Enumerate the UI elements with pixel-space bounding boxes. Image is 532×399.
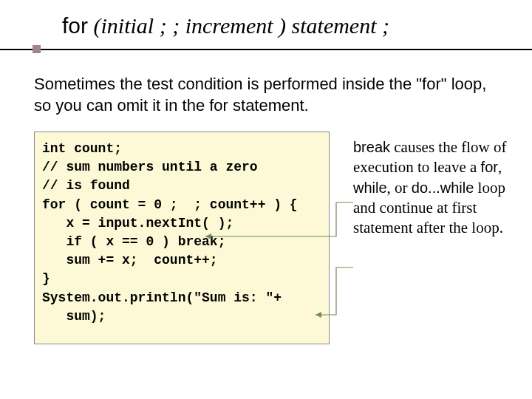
sidenote-for-kw: for (481, 159, 498, 175)
sidenote-dowhile-kw: do...while (412, 180, 474, 196)
body-paragraph: Sometimes the test condition is performe… (34, 74, 502, 116)
heading-semicolon: ; (377, 13, 390, 38)
heading-statement: statement (292, 13, 377, 38)
sidenote-part2: , (498, 158, 502, 176)
sidenote-part3: , or (387, 179, 412, 197)
heading-underline (0, 49, 532, 50)
heading-paren-close: ) (273, 13, 292, 38)
heading-sep1: ; ; (154, 13, 185, 38)
code-example: int count; // sum numbers until a zero /… (34, 132, 330, 344)
heading-paren-open: ( (88, 13, 101, 38)
heading-increment: increment (185, 13, 273, 38)
slide-heading: for (initial ; ; increment ) statement ; (0, 0, 532, 44)
sidenote-paragraph: break causes the flow of execution to le… (353, 137, 508, 238)
sidenote-while-kw: while (353, 180, 387, 196)
heading-for-keyword: for (62, 13, 88, 38)
heading-initial: initial (101, 13, 154, 38)
sidenote-break-kw: break (353, 139, 390, 155)
bullet-square-icon (33, 45, 41, 53)
